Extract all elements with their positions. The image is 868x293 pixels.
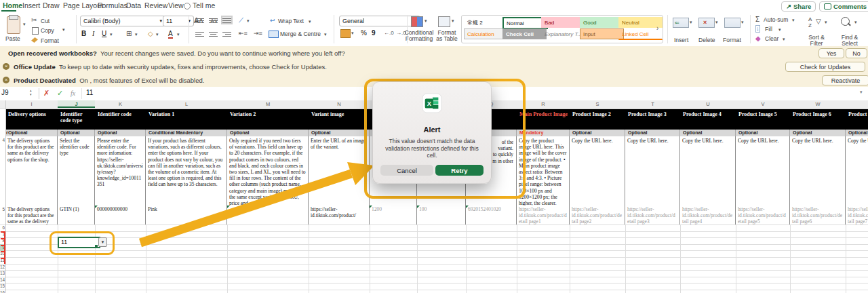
- sort-chevron-icon[interactable]: ▾: [825, 20, 827, 25]
- conditional-formatting-icon[interactable]: [411, 16, 423, 27]
- name-box[interactable]: J9: [1, 89, 9, 96]
- col-M-header[interactable]: Variation 2: [227, 109, 309, 130]
- dropdown-arrow-icon[interactable]: ▼: [98, 237, 107, 247]
- col-L-header[interactable]: Variation 1: [146, 109, 228, 130]
- fill-chevron-icon[interactable]: ▾: [156, 32, 159, 37]
- style-calculation[interactable]: Calculation: [464, 28, 508, 39]
- col-U-description[interactable]: Copy the URL here.: [680, 136, 736, 206]
- col-V-description[interactable]: Copy the URL here.: [736, 136, 790, 206]
- copy-icon[interactable]: [32, 27, 39, 35]
- confirm-entry-icon[interactable]: ✓: [57, 89, 63, 98]
- font-size-combo[interactable]: 11▾: [163, 16, 194, 26]
- col-Q-value[interactable]: 6920152401020: [466, 206, 517, 225]
- row-number-5[interactable]: 5: [0, 207, 5, 212]
- number-format-combo[interactable]: General▾: [339, 16, 420, 26]
- col-S-description[interactable]: Copy the URL here.: [570, 136, 625, 206]
- close-icon[interactable]: ×: [3, 63, 9, 70]
- increase-indent-icon[interactable]: ⇥≡: [254, 30, 262, 37]
- format-as-table-icon[interactable]: [438, 16, 450, 27]
- align-top-icon[interactable]: [195, 17, 204, 23]
- column-letter-N[interactable]: N: [309, 100, 370, 108]
- menu-insert[interactable]: Insert: [22, 1, 40, 9]
- col-M-value[interactable]: [227, 206, 309, 225]
- cut-icon[interactable]: ✂: [31, 16, 37, 24]
- reactivate-button[interactable]: Reactivate: [822, 75, 868, 85]
- format-chevron-icon[interactable]: ▾: [741, 20, 744, 25]
- col-P-value[interactable]: 100: [417, 206, 466, 225]
- decrease-indent-icon[interactable]: ⇤≡: [239, 30, 248, 37]
- row-number-15[interactable]: 15: [0, 284, 5, 288]
- autosum-chevron-icon[interactable]: ▾: [792, 18, 795, 23]
- underline-chevron-icon[interactable]: ▾: [110, 32, 113, 37]
- style-bad[interactable]: Bad: [541, 17, 585, 28]
- styles-more-icon[interactable]: ›: [656, 24, 658, 32]
- style-explanatory[interactable]: Explanatory T...: [541, 28, 585, 39]
- menu-formulas[interactable]: Formulas: [98, 1, 127, 9]
- accounting-format-icon[interactable]: [340, 29, 351, 38]
- row-number-14[interactable]: 14: [0, 277, 5, 282]
- style-good[interactable]: Good: [580, 17, 624, 28]
- sort-filter-button[interactable]: Sort & Filter: [803, 35, 830, 47]
- autosum-button[interactable]: Auto-sum: [764, 16, 788, 23]
- cancel-entry-icon[interactable]: ✗: [43, 89, 50, 98]
- merge-chevron-icon[interactable]: ▾: [324, 32, 327, 37]
- col-V-header[interactable]: Product Image 5: [736, 109, 791, 130]
- format-button[interactable]: Format: [723, 37, 741, 43]
- col-W-header[interactable]: Product Image 6: [790, 109, 846, 130]
- col-K-description[interactable]: Please enter the identifier code. For mo…: [95, 136, 146, 206]
- formula-input[interactable]: 11: [86, 89, 93, 96]
- col-V-value[interactable]: https://seller-id.tiktok.com/product/det…: [736, 206, 790, 225]
- row-number-13[interactable]: 13: [0, 271, 5, 275]
- cf-chevron-icon[interactable]: ▾: [425, 18, 427, 24]
- yes-button[interactable]: Yes: [818, 48, 844, 58]
- share-button[interactable]: ↗Share: [781, 1, 816, 12]
- delete-button[interactable]: Delete: [698, 37, 715, 43]
- menu-data[interactable]: Data: [126, 1, 141, 9]
- column-letter-W[interactable]: W: [790, 100, 846, 108]
- col-X-description[interactable]: Copy the URL here.: [846, 136, 868, 206]
- col-M-description[interactable]: Only required if you need two tiers of v…: [227, 136, 309, 206]
- col-X-header[interactable]: Product Image 7: [846, 109, 868, 130]
- insert-chevron-icon[interactable]: ▾: [690, 20, 692, 25]
- check-for-updates-button[interactable]: Check for Updates: [785, 62, 865, 72]
- paste-chevron-icon[interactable]: ▾: [23, 22, 26, 27]
- percent-style-icon[interactable]: %: [361, 29, 367, 37]
- menu-home[interactable]: Home: [3, 1, 22, 9]
- increase-decimal-icon[interactable]: ←.0: [384, 30, 394, 36]
- column-letter-U[interactable]: U: [680, 100, 736, 108]
- col-X-value[interactable]: https://seller-id.tiktok.com/product/det…: [846, 206, 868, 225]
- column-letter-M[interactable]: M: [227, 100, 309, 108]
- no-button[interactable]: No: [846, 48, 867, 58]
- column-letter-K[interactable]: K: [95, 100, 146, 108]
- clear-chevron-icon[interactable]: ▾: [783, 37, 785, 42]
- align-bottom-icon[interactable]: [222, 17, 231, 23]
- style-input[interactable]: Input: [580, 28, 624, 39]
- bold-button[interactable]: B: [81, 30, 86, 37]
- col-R-value[interactable]: https://seller-id.tiktok.com/product/det…: [517, 206, 570, 225]
- column-letter-T[interactable]: T: [625, 100, 681, 108]
- merge-centre-button[interactable]: Merge & Centre: [280, 31, 321, 37]
- col-I-value[interactable]: The delivery options for this product ar…: [5, 206, 58, 225]
- column-letter-L[interactable]: L: [146, 100, 228, 108]
- font-color-icon[interactable]: A: [168, 30, 173, 39]
- col-I-header[interactable]: Delivery options: [5, 109, 58, 130]
- row-number-4[interactable]: 4: [0, 138, 5, 142]
- row-number-6[interactable]: 6: [0, 225, 5, 230]
- col-T-header[interactable]: Product Image 3: [625, 109, 681, 130]
- fill-button[interactable]: Fill: [765, 26, 772, 33]
- col-S-value[interactable]: https://seller-id.tiktok.com/product/det…: [570, 206, 625, 225]
- format-painter-button[interactable]: Format: [41, 37, 59, 44]
- row-number-16[interactable]: 16: [0, 290, 5, 293]
- col-K-header[interactable]: Identifier code: [95, 109, 146, 130]
- col-W-value[interactable]: https://seller-id.tiktok.com/product/det…: [790, 206, 846, 225]
- retry-button[interactable]: Retry: [435, 165, 484, 176]
- copy-chevron-icon[interactable]: ▾: [62, 27, 65, 33]
- insert-cells-icon[interactable]: ⇐: [673, 18, 689, 28]
- clear-button[interactable]: Clear: [765, 35, 778, 42]
- format-painter-icon[interactable]: [31, 37, 38, 43]
- col-K-value[interactable]: 000000000000: [95, 206, 146, 225]
- col-J-description[interactable]: Select the identifier code type: [58, 136, 95, 206]
- col-O-value[interactable]: 1200: [370, 206, 417, 225]
- format-cells-icon[interactable]: [724, 18, 741, 28]
- formula-bar-expand-icon[interactable]: ▾: [860, 90, 863, 95]
